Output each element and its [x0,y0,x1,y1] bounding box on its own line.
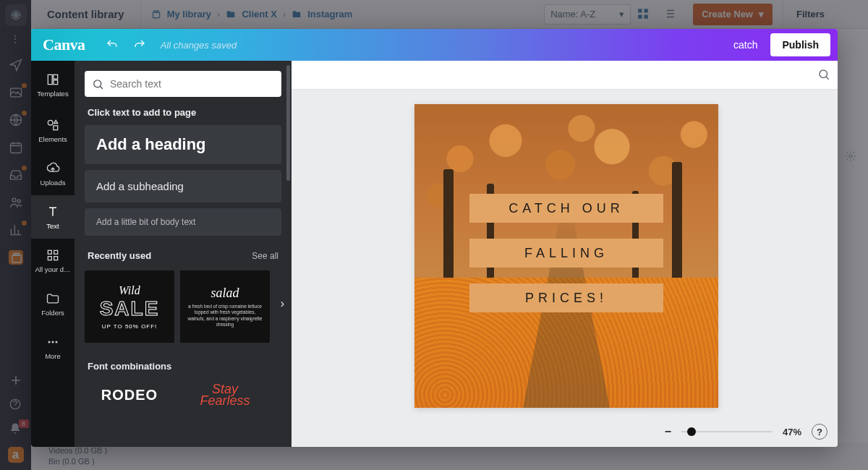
font-combos-header: Font combinations [88,361,171,372]
text-panel: Click text to add to page Add a heading … [75,61,292,447]
canvas-toolbar [292,61,838,90]
search-input[interactable] [85,71,281,97]
svg-point-29 [820,70,827,78]
tab-templates[interactable]: Templates [31,61,75,108]
recently-used-header: Recently used [88,250,151,261]
save-status: All changes saved [161,40,237,51]
svg-point-26 [52,341,54,343]
svg-rect-24 [54,256,58,260]
redo-icon[interactable] [130,35,149,54]
tab-folders[interactable]: Folders [31,282,75,325]
canvas-text-line2[interactable]: FALLING [469,239,663,268]
document-name[interactable]: catch [733,39,757,51]
font-combo-thumb[interactable]: RODEO [85,377,174,412]
template-thumb[interactable]: Wild SALE UP TO 50% OFF! [85,270,174,343]
canva-topbar: Canva All changes saved catch Publish [31,29,838,61]
svg-point-27 [56,341,58,343]
see-all-link[interactable]: See all [252,251,278,261]
help-icon[interactable]: ? [812,424,827,440]
artboard[interactable]: CATCH OUR FALLING PRICES! [414,104,718,408]
search-field[interactable] [110,78,274,90]
canvas-text-line1[interactable]: CATCH OUR [469,194,663,223]
add-body-button[interactable]: Add a little bit of body text [85,208,281,236]
svg-point-28 [94,80,101,87]
add-subheading-button[interactable]: Add a subheading [85,170,281,202]
panel-scrollbar[interactable] [286,65,290,181]
canvas-area: CATCH OUR FALLING PRICES! − 47% ? [292,61,838,447]
zoom-controls: − 47% ? [665,424,827,440]
search-icon [92,78,104,90]
tab-all-designs[interactable]: All your d… [31,239,75,282]
add-heading-button[interactable]: Add a heading [85,125,281,164]
canva-logo[interactable]: Canva [43,35,85,54]
tab-elements[interactable]: Elements [31,108,75,152]
chevron-right-icon[interactable]: › [281,297,284,310]
recent-thumbs: Wild SALE UP TO 50% OFF! salad a fresh b… [85,267,281,346]
undo-icon[interactable] [103,35,122,54]
svg-point-19 [48,120,53,125]
svg-rect-17 [54,74,58,79]
tab-uploads[interactable]: Uploads [31,152,75,195]
svg-rect-20 [54,125,58,129]
svg-rect-22 [54,250,58,254]
font-combo-thumb[interactable]: StayFearless [180,377,270,412]
zoom-out-icon[interactable]: − [665,425,671,438]
side-tabs: Templates Elements Uploads Text All your… [31,61,75,447]
canva-editor: Canva All changes saved catch Publish Te… [31,29,838,447]
zoom-percent[interactable]: 47% [783,427,801,437]
search-icon[interactable] [817,68,830,81]
svg-rect-23 [48,256,51,260]
svg-rect-18 [54,80,58,84]
publish-button[interactable]: Publish [770,33,830,56]
zoom-slider[interactable] [681,431,773,432]
template-thumb[interactable]: salad a fresh bed of crisp romaine lettu… [180,270,270,343]
panel-hint: Click text to add to page [88,107,278,118]
svg-rect-21 [48,250,51,254]
tab-more[interactable]: More [31,325,75,369]
svg-point-25 [48,341,51,343]
canvas-text-line3[interactable]: PRICES! [469,283,663,312]
svg-rect-16 [48,74,52,84]
tab-text[interactable]: Text [31,195,75,239]
